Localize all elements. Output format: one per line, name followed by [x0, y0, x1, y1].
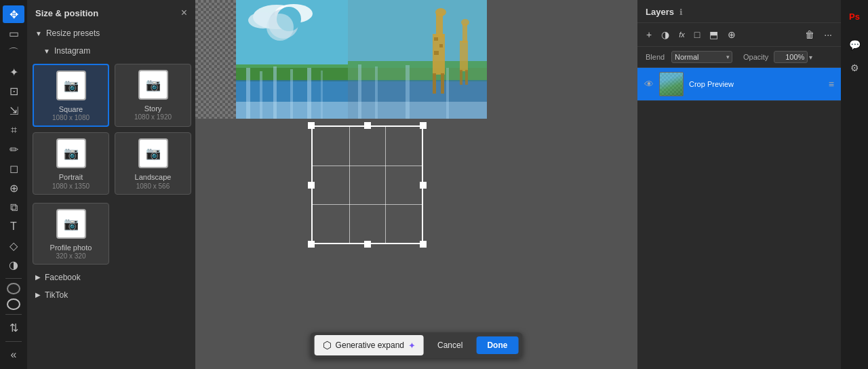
preset-square-size: 1080 x 1080	[52, 114, 90, 121]
preset-square-label: Square	[59, 104, 83, 114]
layer-thumb-image	[660, 73, 683, 96]
measure-tool[interactable]: ⇲	[3, 102, 24, 119]
right-tool-2[interactable]: ⚙	[844, 57, 865, 79]
resize-presets-arrow: ▼	[35, 30, 42, 37]
crop-handle-tr[interactable]	[420, 122, 427, 129]
swap-colors-tool[interactable]: ⇅	[3, 319, 24, 336]
svg-rect-41	[462, 24, 467, 43]
text-tool[interactable]: T	[3, 218, 24, 235]
panel-scroll-area[interactable]: ▼ Resize presets ▼ Instagram 📷 Square 10…	[27, 24, 195, 369]
layers-info-icon[interactable]: ℹ	[679, 7, 683, 17]
profile-grid: 📷 Profile photo 320 x 320	[33, 199, 191, 269]
instagram-header[interactable]: ▼ Instagram	[33, 42, 191, 60]
cancel-button[interactable]: Cancel	[429, 336, 471, 354]
preset-story[interactable]: 📷 Story 1080 x 1920	[115, 64, 191, 127]
svg-rect-35	[433, 73, 436, 94]
adobe-icon: Ps	[844, 5, 865, 27]
preset-portrait-icon: 📷	[56, 138, 86, 168]
layers-panel: Layers ℹ + ◑ fx □ ⬒ ⊕ 🗑 ··· Blend Normal…	[637, 0, 841, 369]
resize-presets-header[interactable]: ▼ Resize presets	[33, 24, 191, 42]
magic-wand-tool[interactable]: ✦	[3, 63, 24, 81]
generative-expand-star-icon: ✦	[408, 341, 416, 351]
delete-layer-button[interactable]: 🗑	[802, 27, 818, 42]
crop-tool[interactable]: ⊡	[3, 83, 24, 100]
svg-rect-36	[441, 73, 444, 94]
svg-rect-44	[465, 70, 468, 85]
layer-thumbnail	[659, 72, 684, 96]
svg-rect-43	[460, 70, 462, 85]
preset-square-icon: 📷	[56, 71, 86, 100]
collapse-panel-btn[interactable]: «	[3, 345, 24, 363]
generative-expand-button[interactable]: ⬡ Generative expand ✦	[315, 335, 424, 355]
select-rect-tool[interactable]: ▭	[3, 24, 24, 42]
presets-grid: 📷 Square 1080 x 1080 📷 Story 1080 x 1920…	[33, 60, 191, 199]
right-tool-1[interactable]: 💬	[844, 34, 865, 56]
facebook-label: Facebook	[45, 273, 81, 282]
preset-portrait[interactable]: 📷 Portrait 1080 x 1350	[33, 132, 109, 194]
crop-handle-bl[interactable]	[308, 241, 315, 248]
mask-button[interactable]: □	[691, 27, 703, 42]
blend-effect-button[interactable]: ◑	[658, 27, 673, 42]
blend-select[interactable]: Normal Multiply Screen Overlay	[671, 51, 732, 63]
canvas-scene	[195, 0, 487, 119]
toolbar-separator-3	[5, 341, 22, 342]
clone-tool[interactable]: ⧉	[3, 198, 24, 216]
group-button[interactable]: ⊕	[724, 27, 739, 42]
crop-handle-br[interactable]	[420, 241, 427, 248]
gradient-tool[interactable]: ◑	[3, 256, 24, 274]
layers-toolbar: + ◑ fx □ ⬒ ⊕ 🗑 ···	[637, 23, 841, 47]
facebook-header[interactable]: ▶ Facebook	[33, 269, 191, 286]
preset-landscape[interactable]: 📷 Landscape 1080 x 566	[115, 132, 191, 194]
healing-tool[interactable]: ⊕	[3, 179, 24, 197]
shape-tool[interactable]: ◇	[3, 237, 24, 254]
fx-button[interactable]: fx	[675, 28, 688, 41]
svg-rect-45	[348, 102, 487, 119]
layer-name: Crop Preview	[689, 80, 823, 88]
crop-handle-bc[interactable]	[364, 241, 371, 248]
generative-expand-label: Generative expand	[336, 341, 404, 350]
size-position-panel: Size & position × ▼ Resize presets ▼ Ins…	[27, 0, 195, 369]
bottom-action-bar: ⬡ Generative expand ✦ Cancel Done	[311, 332, 523, 358]
crop-handle-ml[interactable]	[308, 182, 315, 189]
tiktok-label: TikTok	[45, 290, 68, 300]
instagram-label: Instagram	[54, 46, 90, 56]
vertical-toolbar: ✥ ▭ ⌒ ✦ ⊡ ⇲ ⌗ ✏ ◻ ⊕ ⧉ T ◇ ◑ ⇅ «	[0, 0, 27, 369]
layer-visibility-icon[interactable]: 👁	[644, 79, 654, 90]
layers-header: Layers ℹ	[637, 0, 841, 23]
preset-profile[interactable]: 📷 Profile photo 320 x 320	[33, 203, 109, 265]
tiktok-header[interactable]: ▶ TikTok	[33, 286, 191, 304]
toolbar-separator-2	[5, 314, 22, 315]
foreground-color[interactable]	[7, 283, 20, 294]
add-layer-button[interactable]: +	[643, 27, 655, 42]
background-color[interactable]	[7, 298, 20, 310]
lasso-tool[interactable]: ⌒	[3, 44, 24, 62]
move-tool[interactable]: ✥	[3, 5, 24, 23]
eyedropper-tool[interactable]: ⌗	[3, 121, 24, 139]
preset-profile-icon: 📷	[56, 209, 86, 239]
instagram-landscape-icon: 📷	[146, 146, 161, 161]
opacity-input[interactable]	[774, 51, 808, 63]
eraser-tool[interactable]: ◻	[3, 160, 24, 178]
canvas-area: ⬡ Generative expand ✦ Cancel Done	[195, 0, 637, 369]
crop-overlay	[311, 125, 423, 244]
crop-handle-mr[interactable]	[420, 182, 427, 189]
preset-square[interactable]: 📷 Square 1080 x 1080	[33, 64, 109, 127]
opacity-wrap: ▾	[774, 51, 812, 63]
adjustment-button[interactable]: ⬒	[706, 27, 722, 42]
layer-item-crop-preview[interactable]: 👁 Crop Preview ≡	[637, 68, 841, 101]
blend-label: Blend	[646, 53, 666, 61]
panel-title: Size & position	[35, 8, 98, 18]
more-options-button[interactable]: ···	[821, 27, 835, 42]
crop-handle-tc[interactable]	[364, 122, 371, 129]
opacity-arrow[interactable]: ▾	[809, 54, 812, 61]
svg-rect-6	[195, 0, 236, 119]
brush-tool[interactable]: ✏	[3, 140, 24, 158]
crop-handle-tl[interactable]	[308, 122, 315, 129]
layer-settings-icon[interactable]: ≡	[829, 79, 834, 90]
preset-story-label: Story	[144, 104, 162, 113]
svg-rect-23	[236, 102, 348, 119]
close-panel-button[interactable]: ×	[181, 7, 187, 19]
preset-portrait-label: Portrait	[59, 172, 83, 182]
done-button[interactable]: Done	[476, 336, 518, 354]
panel-header: Size & position ×	[27, 0, 195, 24]
